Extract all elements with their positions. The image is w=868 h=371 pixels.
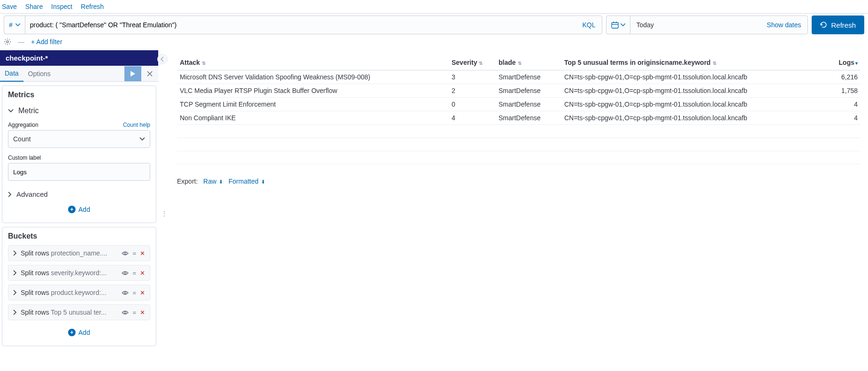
visualization-area: ⋮ Attack⇅ Severity⇅ blade⇅ Top 5 unusual…	[158, 50, 868, 350]
aggregation-label: Aggregation	[8, 122, 38, 128]
nav-refresh[interactable]: Refresh	[81, 3, 104, 10]
gear-icon	[4, 38, 11, 46]
advanced-toggle[interactable]: Advanced	[8, 187, 150, 201]
nav-share[interactable]: Share	[25, 3, 43, 10]
nav-inspect[interactable]: Inspect	[51, 3, 72, 10]
export-row: Export: Raw ⬇ Formatted ⬇	[177, 178, 860, 185]
chevron-down-icon	[15, 23, 20, 26]
metric-label: Metric	[18, 107, 39, 115]
chevron-down-icon	[621, 23, 625, 26]
metrics-panel: Metrics Metric Aggregation Count help Co…	[2, 85, 156, 223]
bucket-label: Split rows Top 5 unusual ter...	[21, 309, 118, 316]
chevron-right-icon	[13, 250, 17, 256]
svg-point-6	[124, 272, 126, 274]
index-pattern-selector[interactable]: checkpoint-*	[0, 50, 158, 66]
buckets-panel: Buckets Split rows protection_name....=✕…	[2, 227, 156, 346]
add-metric-label: Add	[78, 206, 90, 213]
col-logs[interactable]: Logs▾	[823, 55, 860, 70]
remove-bucket-icon[interactable]: ✕	[140, 270, 145, 277]
filter-settings-button[interactable]	[4, 38, 11, 46]
cell-logs: 6,216	[823, 70, 860, 84]
col-severity[interactable]: Severity⇅	[449, 55, 496, 70]
cell-severity: 2	[449, 84, 496, 98]
chevron-right-icon	[13, 270, 17, 276]
cell-logs: 4	[823, 98, 860, 111]
plus-circle-icon: +	[68, 206, 76, 213]
buckets-title: Buckets	[8, 232, 150, 240]
bucket-label: Split rows severity.keyword:...	[21, 269, 118, 277]
download-icon: ⬇	[217, 179, 223, 185]
download-icon: ⬇	[260, 179, 265, 185]
metric-toggle[interactable]: Metric	[8, 104, 150, 118]
export-label: Export:	[177, 178, 198, 185]
cell-attack: VLC Media Player RTSP Plugin Stack Buffe…	[177, 84, 449, 98]
cell-attack: Microsoft DNS Server Validation Spoofing…	[177, 70, 449, 84]
cell-blade: SmartDefense	[496, 98, 561, 111]
resize-handle[interactable]: ⋮	[161, 210, 168, 217]
drag-handle-icon[interactable]: =	[132, 309, 136, 316]
cell-logs: 1,758	[823, 84, 860, 98]
filter-separator: —	[18, 38, 24, 46]
drag-handle-icon[interactable]: =	[132, 270, 136, 277]
tab-options[interactable]: Options	[23, 66, 55, 81]
refresh-label: Refresh	[831, 21, 856, 29]
custom-label-input[interactable]	[8, 163, 150, 181]
aggregation-select[interactable]: Count	[8, 130, 150, 148]
show-dates-link[interactable]: Show dates	[760, 16, 807, 34]
custom-label-label: Custom label	[8, 155, 41, 161]
bucket-item[interactable]: Split rows Top 5 unusual ter...=✕	[8, 304, 150, 320]
remove-bucket-icon[interactable]: ✕	[140, 250, 145, 257]
drag-handle-icon[interactable]: =	[132, 289, 136, 296]
export-raw-link[interactable]: Raw ⬇	[203, 178, 223, 185]
add-filter-link[interactable]: + Add filter	[31, 38, 62, 46]
bucket-item[interactable]: Split rows severity.keyword:...=✕	[8, 265, 150, 281]
discard-changes-button[interactable]	[141, 66, 158, 81]
date-quick-menu[interactable]	[607, 16, 630, 34]
query-language-toggle[interactable]: KQL	[576, 16, 602, 34]
date-value[interactable]: Today	[630, 16, 760, 34]
toggle-visibility-icon[interactable]	[122, 290, 129, 295]
chevron-right-icon	[8, 192, 12, 197]
table-row: VLC Media Player RTSP Plugin Stack Buffe…	[177, 84, 860, 98]
calendar-icon	[611, 21, 619, 29]
editor-sidebar: checkpoint-* Data Options Metrics Metric	[0, 50, 158, 350]
toggle-visibility-icon[interactable]	[122, 310, 129, 315]
table-empty-row	[177, 138, 860, 151]
col-attack[interactable]: Attack⇅	[177, 55, 449, 70]
refresh-button[interactable]: Refresh	[812, 15, 864, 34]
col-origin[interactable]: Top 5 unusual terms in originsicname.key…	[561, 55, 823, 70]
cell-origin: CN=ts-spb-cpgw-01,O=cp-spb-mgmt-01.tssol…	[561, 84, 823, 98]
aggregation-value: Count	[13, 135, 31, 143]
cell-attack: Non Compliant IKE	[177, 111, 449, 125]
svg-point-5	[124, 252, 126, 254]
sort-icon: ⇅	[518, 61, 522, 66]
remove-bucket-icon[interactable]: ✕	[140, 289, 145, 296]
tab-data[interactable]: Data	[0, 66, 23, 82]
query-input[interactable]	[25, 16, 576, 34]
cell-severity: 0	[449, 98, 496, 111]
cell-blade: SmartDefense	[496, 111, 561, 125]
remove-bucket-icon[interactable]: ✕	[140, 309, 145, 316]
cell-origin: CN=ts-spb-cpgw-01,O=cp-spb-mgmt-01.tssol…	[561, 111, 823, 125]
bucket-item[interactable]: Split rows protection_name....=✕	[8, 245, 150, 261]
query-filter-menu[interactable]: #	[4, 16, 25, 34]
drag-handle-icon[interactable]: =	[132, 250, 136, 257]
count-help-link[interactable]: Count help	[123, 122, 150, 128]
bucket-label: Split rows product.keyword:...	[21, 289, 118, 296]
col-blade[interactable]: blade⇅	[496, 55, 561, 70]
cell-blade: SmartDefense	[496, 70, 561, 84]
toggle-visibility-icon[interactable]	[122, 271, 129, 276]
editor-tabs: Data Options	[0, 66, 158, 82]
chevron-down-icon	[8, 109, 14, 113]
table-empty-row	[177, 151, 860, 164]
apply-changes-button[interactable]	[124, 66, 141, 81]
add-metric-button[interactable]: + Add	[8, 201, 150, 218]
export-formatted-link[interactable]: Formatted ⬇	[229, 178, 265, 185]
nav-save[interactable]: Save	[2, 3, 17, 10]
table-empty-row	[177, 125, 860, 138]
cell-origin: CN=ts-spb-cpgw-01,O=cp-spb-mgmt-01.tssol…	[561, 70, 823, 84]
bucket-item[interactable]: Split rows product.keyword:...=✕	[8, 285, 150, 301]
table-row: Non Compliant IKE4SmartDefenseCN=ts-spb-…	[177, 111, 860, 125]
toggle-visibility-icon[interactable]	[122, 251, 129, 256]
add-bucket-button[interactable]: + Add	[8, 324, 150, 341]
